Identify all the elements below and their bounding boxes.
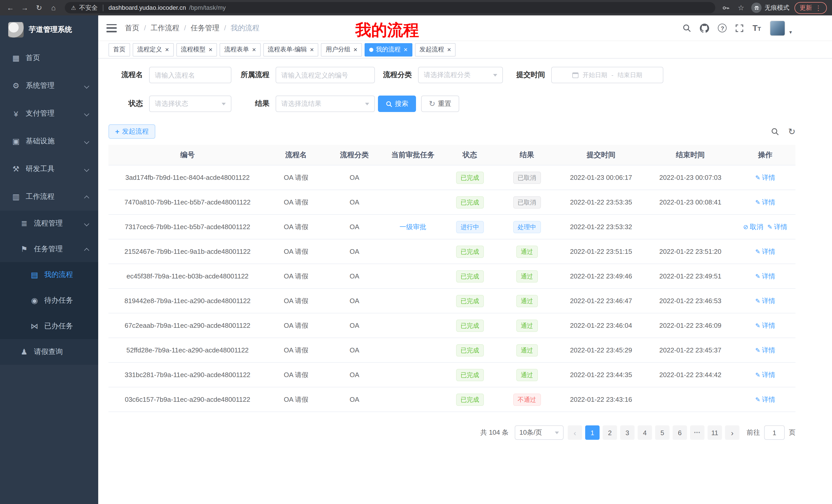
status-tag: 已完成	[456, 319, 484, 332]
cancel-action-link[interactable]: ⊘取消	[743, 222, 763, 231]
approval-task-link[interactable]: 一级审批	[399, 222, 426, 231]
next-page-button[interactable]: ›	[725, 425, 739, 440]
detail-action-link[interactable]: ✎详情	[755, 272, 775, 281]
font-size-icon[interactable]: TT	[753, 24, 761, 32]
sidebar-item-task-manage[interactable]: ⚑任务管理	[0, 236, 98, 262]
page-size-select[interactable]: 10条/页	[515, 425, 564, 440]
page-button[interactable]: 5	[655, 425, 670, 440]
tab-item[interactable]: 流程表单×	[219, 43, 260, 56]
bookmark-star-icon[interactable]: ☆	[736, 3, 746, 13]
tab-item[interactable]: 流程表单-编辑×	[263, 43, 318, 56]
page-button[interactable]: 2	[603, 425, 617, 440]
detail-action-link[interactable]: ✎详情	[755, 173, 775, 182]
browser-back-icon[interactable]: ←	[4, 2, 17, 14]
detail-action-link[interactable]: ✎详情	[755, 395, 775, 404]
close-icon[interactable]: ×	[310, 46, 314, 53]
browser-home-icon[interactable]: ⌂	[47, 2, 60, 14]
close-icon[interactable]: ×	[404, 46, 408, 53]
sidebar-item-leave-query[interactable]: ♟请假查询	[0, 339, 98, 365]
close-icon[interactable]: ×	[209, 46, 212, 53]
sidebar-item-workflow[interactable]: ▥工作流程	[0, 183, 98, 211]
detail-action-link[interactable]: ✎详情	[767, 222, 787, 231]
tab-item[interactable]: 用户分组×	[321, 43, 362, 56]
hamburger-menu-icon[interactable]	[106, 24, 117, 32]
search-toggle-icon[interactable]	[771, 128, 779, 136]
goto-page-input[interactable]	[764, 425, 785, 440]
search-button[interactable]: 搜索	[378, 95, 416, 112]
table-row: ec45f38f-7b9a-11ec-b03b-acde48001122OA 请…	[108, 264, 796, 289]
status-select[interactable]: 请选择状态	[149, 95, 231, 112]
table-cell: OA 请假	[267, 395, 326, 404]
detail-action-link[interactable]: ✎详情	[755, 370, 775, 380]
table-cell: 已完成	[442, 319, 497, 332]
home-icon: ▦	[10, 53, 22, 63]
sidebar-item-infra[interactable]: ▣基础设施	[0, 128, 98, 155]
table-cell: 进行中	[442, 221, 497, 233]
create-process-button[interactable]: + 发起流程	[108, 124, 155, 139]
chevron-down-icon	[84, 166, 89, 172]
help-icon[interactable]: ?	[718, 24, 727, 32]
sidebar-item-home[interactable]: ▦首页	[0, 44, 98, 72]
breadcrumb-item[interactable]: 任务管理	[191, 23, 231, 33]
sidebar-item-my-process[interactable]: ▤我的流程	[0, 262, 98, 288]
result-tag: 通过	[516, 369, 538, 381]
sidebar-item-todo-task[interactable]: ◉待办任务	[0, 288, 98, 313]
avatar[interactable]	[770, 20, 785, 36]
close-icon[interactable]: ×	[165, 46, 169, 53]
close-icon[interactable]: ×	[252, 46, 256, 53]
table-cell: 2022-01-23 00:08:41	[646, 198, 735, 206]
detail-action-link[interactable]: ✎详情	[755, 296, 775, 305]
tab-item[interactable]: 我的流程×	[365, 43, 412, 56]
sidebar-item-done-task[interactable]: ⋈已办任务	[0, 313, 98, 339]
page-button[interactable]: 1	[585, 425, 600, 440]
breadcrumb-item[interactable]: 工作流程	[151, 23, 191, 33]
browser-reload-icon[interactable]: ↻	[33, 2, 45, 14]
fullscreen-icon[interactable]	[735, 24, 744, 32]
parent-process-input[interactable]	[276, 67, 375, 83]
tab-item[interactable]: 流程模型×	[176, 43, 217, 56]
page-button[interactable]: 11	[707, 425, 722, 440]
create-process-label: 发起流程	[122, 127, 149, 136]
detail-action-link[interactable]: ✎详情	[755, 198, 775, 207]
tab-item[interactable]: 首页	[108, 43, 130, 56]
page-button[interactable]: 3	[620, 425, 634, 440]
browser-forward-icon[interactable]: →	[19, 2, 31, 14]
tab-label: 流程定义	[137, 45, 162, 54]
detail-action-link[interactable]: ✎详情	[755, 345, 775, 355]
process-name-input[interactable]	[149, 67, 231, 83]
category-select[interactable]: 请选择流程分类	[418, 67, 503, 83]
chevron-down-icon[interactable]: ▾	[789, 29, 792, 35]
detail-action-link-icon: ✎	[755, 248, 760, 255]
reset-button[interactable]: ↻ 重置	[421, 95, 459, 112]
tab-item[interactable]: 发起流程×	[415, 43, 456, 56]
submit-time-range[interactable]: 开始日期 - 结束日期	[551, 67, 663, 83]
page-button[interactable]: 4	[638, 425, 652, 440]
tab-item[interactable]: 流程定义×	[133, 43, 174, 56]
sidebar-item-process-manage[interactable]: ≣流程管理	[0, 211, 98, 236]
status-tag: 已完成	[456, 393, 484, 405]
sidebar-item-devtools[interactable]: ⚒研发工具	[0, 155, 98, 183]
table-cell: OA	[326, 272, 383, 280]
search-icon[interactable]	[683, 24, 691, 32]
browser-menu-icon[interactable]: ⋮	[815, 4, 822, 11]
table-cell: OA 请假	[267, 222, 326, 231]
address-bar[interactable]: ⚠ 不安全 dashboard.yudao.iocoder.cn/bpm/tas…	[65, 2, 715, 13]
more-pages-button[interactable]: •••	[690, 425, 704, 440]
sidebar-item-payment[interactable]: ¥支付管理	[0, 100, 98, 128]
result-select[interactable]: 请选择流结果	[276, 95, 375, 112]
key-icon[interactable]	[721, 3, 731, 13]
breadcrumb-item[interactable]: 首页	[125, 23, 151, 33]
sidebar-item-system[interactable]: ⚙系统管理	[0, 72, 98, 100]
update-button[interactable]: 更新 ⋮	[795, 2, 827, 13]
detail-action-link[interactable]: ✎详情	[755, 321, 775, 330]
close-icon[interactable]: ×	[447, 46, 451, 53]
detail-action-link[interactable]: ✎详情	[755, 247, 775, 256]
incognito-label: 无痕模式	[765, 3, 789, 12]
column-header: 流程名	[267, 150, 326, 160]
chevron-down-icon	[84, 221, 89, 226]
refresh-icon[interactable]: ↻	[788, 126, 796, 137]
page-button[interactable]: 6	[673, 425, 687, 440]
github-icon[interactable]	[700, 23, 709, 33]
close-icon[interactable]: ×	[354, 46, 357, 53]
prev-page-button[interactable]: ‹	[568, 425, 582, 440]
